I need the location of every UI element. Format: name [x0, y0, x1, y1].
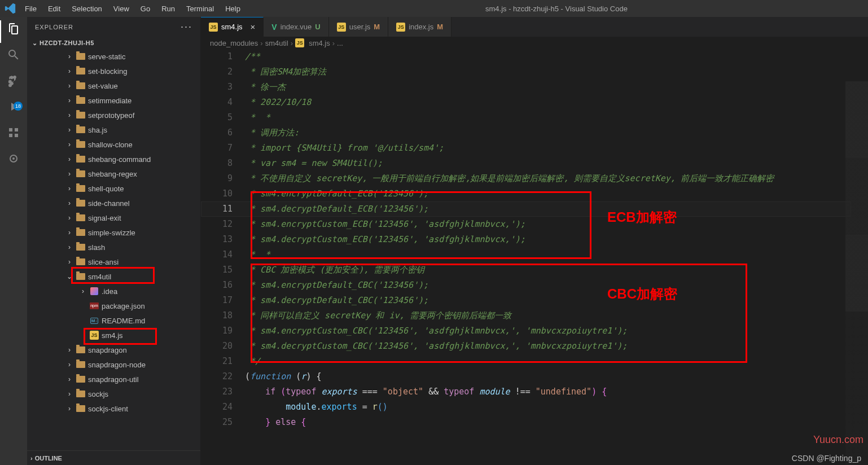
tree-item[interactable]: ›simple-swizzle: [27, 225, 200, 240]
tree-item[interactable]: ›snapdragon-util: [27, 372, 200, 387]
tree-item[interactable]: ›signal-exit: [27, 210, 200, 225]
tab-label: sm4.js: [221, 23, 243, 31]
breadcrumb-item[interactable]: ...: [337, 39, 343, 47]
tree-item[interactable]: ›sha.js: [27, 122, 200, 137]
line-gutter: 1234567891011121314151617181920212223242…: [201, 49, 245, 465]
chevron-right-icon: ›: [65, 155, 73, 163]
tree-item[interactable]: M↓README.md: [27, 313, 200, 328]
tree-item[interactable]: ›.idea: [27, 284, 200, 299]
breadcrumb-item[interactable]: sm4.js: [309, 39, 330, 47]
outline-section[interactable]: › OUTLINE: [27, 450, 200, 465]
menu-bar: FileEditSelectionViewGoRunTerminalHelp: [20, 2, 245, 15]
more-icon[interactable]: ···: [181, 21, 192, 33]
chevron-right-icon: ›: [65, 258, 73, 266]
tab-label: index.js: [409, 23, 433, 31]
explorer-icon[interactable]: [6, 21, 21, 36]
tree-item[interactable]: JSsm4.js: [27, 328, 200, 343]
menu-run[interactable]: Run: [157, 2, 179, 15]
chevron-right-icon: ›: [332, 39, 335, 47]
chevron-right-icon: ›: [65, 390, 73, 398]
tree-item[interactable]: ›shell-quote: [27, 181, 200, 196]
tree-item[interactable]: ›sockjs: [27, 387, 200, 401]
menu-view[interactable]: View: [109, 2, 134, 15]
tree-item[interactable]: ›set-value: [27, 78, 200, 93]
code-area[interactable]: 1234567891011121314151617181920212223242…: [201, 49, 868, 465]
menu-terminal[interactable]: Terminal: [182, 2, 218, 15]
chevron-right-icon: ›: [65, 405, 73, 413]
chevron-down-icon: ⌄: [65, 273, 73, 280]
chevron-right-icon: ›: [291, 39, 293, 47]
tree-item-label: snapdragon: [88, 346, 127, 354]
tree-item[interactable]: ›setprototypeof: [27, 108, 200, 122]
tree-item-label: simple-swizzle: [88, 229, 135, 237]
tree-item[interactable]: ›slash: [27, 240, 200, 255]
breadcrumb-item[interactable]: node_modules: [210, 39, 258, 47]
folder-icon: [76, 198, 86, 208]
annotation-label-cbc: CBC加解密: [607, 286, 677, 301]
folder-icon: [76, 81, 86, 91]
tree-item-label: sockjs-client: [88, 405, 128, 413]
folder-open-icon: [76, 271, 86, 282]
chevron-right-icon: ›: [65, 346, 73, 354]
tree-item-label: setprototypeof: [88, 111, 134, 120]
menu-help[interactable]: Help: [221, 2, 245, 15]
tree-item[interactable]: ›setimmediate: [27, 93, 200, 108]
tree-item[interactable]: ›sockjs-client: [27, 401, 200, 416]
close-icon[interactable]: ×: [251, 22, 256, 32]
tree-item-label: sm4util: [88, 273, 111, 281]
chevron-right-icon: ›: [65, 375, 73, 383]
minimap[interactable]: [845, 81, 868, 465]
tree-item[interactable]: ›side-channel: [27, 196, 200, 210]
menu-file[interactable]: File: [20, 2, 41, 15]
menu-edit[interactable]: Edit: [43, 2, 65, 15]
folder-icon: [76, 374, 86, 384]
menu-selection[interactable]: Selection: [67, 2, 106, 15]
tree-item-label: package.json: [102, 302, 145, 310]
source-control-icon[interactable]: [6, 73, 21, 88]
menu-go[interactable]: Go: [136, 2, 155, 15]
code-content[interactable]: /** * 国密SM4加密算法 * 徐一杰 * 2022/10/18 * * *…: [245, 49, 868, 465]
tree-item[interactable]: npmpackage.json: [27, 299, 200, 313]
folder-icon: [76, 169, 86, 179]
tree-item-label: sha.js: [88, 126, 107, 134]
tab-index-js[interactable]: JSindex.jsM: [388, 17, 451, 37]
js-icon: JS: [337, 23, 346, 32]
tree-item[interactable]: ›snapdragon-node: [27, 357, 200, 372]
tab-user-js[interactable]: JSuser.jsM: [329, 17, 388, 37]
tab-sm4-js[interactable]: JSsm4.js×: [201, 17, 264, 37]
chevron-right-icon: ›: [65, 185, 73, 192]
tree-item[interactable]: ›snapdragon: [27, 343, 200, 357]
tree-item-label: slash: [88, 243, 105, 252]
tree-item[interactable]: ›shebang-regex: [27, 166, 200, 181]
tree-item[interactable]: ›shallow-clone: [27, 137, 200, 152]
chevron-right-icon: ›: [65, 96, 73, 104]
folder-icon: [76, 213, 86, 223]
remote-icon[interactable]: [6, 151, 21, 166]
titlebar: FileEditSelectionViewGoRunTerminalHelp s…: [0, 0, 868, 17]
search-icon[interactable]: [6, 47, 21, 62]
chevron-right-icon: ›: [65, 229, 73, 236]
chevron-right-icon: ›: [65, 141, 73, 148]
tree-item[interactable]: ⌄sm4util: [27, 269, 200, 284]
svg-point-1: [12, 157, 15, 160]
tree-item[interactable]: ›set-blocking: [27, 64, 200, 78]
modified-flag: M: [437, 23, 443, 31]
js-icon: JS: [396, 23, 405, 32]
window-title: sm4.js - hzcdt-zhuji-h5 - Visual Studio …: [245, 5, 868, 13]
folder-icon: [76, 227, 86, 238]
chevron-right-icon: ›: [65, 126, 73, 134]
chevron-right-icon: ›: [65, 214, 73, 222]
breadcrumb-item[interactable]: sm4util: [265, 39, 288, 47]
folder-icon: [76, 110, 86, 120]
folder-icon: [76, 95, 86, 106]
annotation-label-ecb: ECB加解密: [607, 209, 677, 225]
tree-item[interactable]: ›shebang-command: [27, 152, 200, 166]
tree-item[interactable]: ›slice-ansi: [27, 255, 200, 269]
extensions-icon[interactable]: [6, 125, 21, 140]
breadcrumb[interactable]: node_modules›sm4util›JSsm4.js›...: [201, 37, 868, 49]
tree-item-label: set-blocking: [88, 67, 127, 76]
tab-index-vue[interactable]: Vindex.vueU: [264, 17, 328, 37]
project-header[interactable]: ⌄ HZCDT-ZHUJI-H5: [27, 37, 200, 49]
chevron-right-icon: ›: [65, 243, 73, 251]
tree-item[interactable]: ›serve-static: [27, 49, 200, 64]
